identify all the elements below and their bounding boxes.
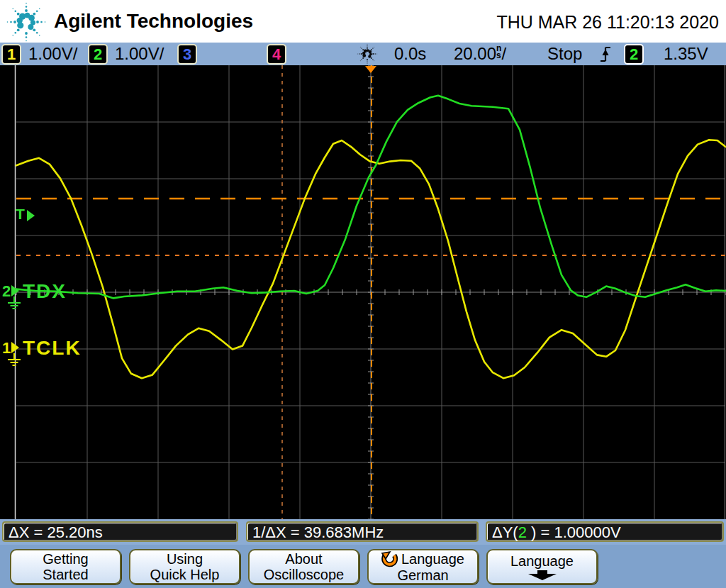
header: Agilent Technologies THU MAR 26 11:20:13… — [0, 0, 726, 43]
scope-graticule: T2TDX1TCLK — [0, 65, 726, 519]
trigger-level-marker: T — [16, 206, 25, 222]
trigger-level-readout: 1.35V — [664, 44, 708, 64]
status-bar: 1 1.00V/ 2 1.00V/ 3 4 0.0s 20.00ns/ Stop… — [0, 43, 726, 65]
delay-readout: 0.0s — [394, 44, 426, 64]
channel-2-scale: 1.00V/ — [115, 44, 164, 64]
channel-4-badge: 4 — [267, 44, 286, 65]
trigger-level-arrow-icon — [27, 210, 35, 221]
getting-started-button[interactable]: Getting Started — [10, 549, 121, 584]
trigger-source-badge: 2 — [624, 44, 644, 65]
delta-x-readout: ΔX = 25.20ns — [2, 521, 238, 542]
inverse-delta-x-readout: 1/ΔX = 39.683MHz — [246, 521, 479, 542]
down-arrow-icon — [525, 570, 559, 581]
brand-title: Agilent Technologies — [54, 10, 253, 33]
spark-icon — [356, 43, 379, 65]
channel-2-badge: 2 — [88, 44, 108, 65]
channel-3-badge: 3 — [177, 44, 197, 65]
measurement-bar: ΔX = 25.20ns 1/ΔX = 39.683MHz ΔY(2 ) = 1… — [0, 519, 726, 545]
channel-2-marker: 2 — [2, 282, 11, 300]
softkey-row: Getting Started Using Quick Help About O… — [0, 545, 726, 588]
datetime-display: THU MAR 26 11:20:13 2020 — [496, 12, 719, 33]
delta-y-readout: ΔY(2 ) = 1.00000V — [486, 521, 724, 542]
trigger-position-marker — [365, 66, 376, 73]
run-state: Stop — [547, 44, 582, 64]
channel-1-marker: 1 — [2, 339, 11, 357]
rotate-ccw-icon — [381, 550, 398, 567]
edge-trigger-icon — [599, 45, 612, 63]
channel-2-label: TDX — [23, 280, 67, 302]
scope-display-area: T2TDX1TCLK — [0, 65, 726, 519]
channel-1-label: TCLK — [23, 337, 82, 359]
timebase-value: 20.00 — [454, 44, 496, 63]
using-quick-help-button[interactable]: Using Quick Help — [129, 549, 240, 584]
agilent-logo-icon — [4, 1, 48, 43]
channel-1-badge: 1 — [1, 44, 21, 65]
language-german-button[interactable]: Language German — [367, 549, 479, 584]
timebase-readout: 20.00ns/ — [454, 44, 506, 64]
delta-y-channel: 2 — [518, 523, 527, 541]
channel-1-scale: 1.00V/ — [28, 44, 77, 64]
language-button[interactable]: Language — [486, 549, 598, 584]
about-oscilloscope-button[interactable]: About Oscilloscope — [248, 549, 359, 584]
